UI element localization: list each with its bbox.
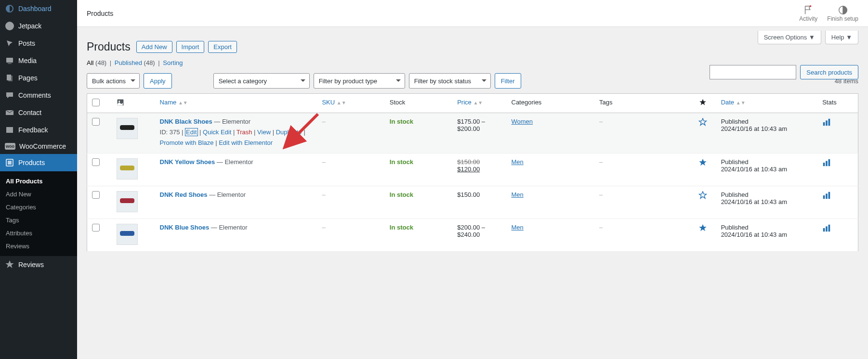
product-thumbnail[interactable] <box>117 191 138 212</box>
submenu-attributes[interactable]: Attributes <box>0 227 77 240</box>
product-thumbnail[interactable] <box>117 118 138 139</box>
finish-setup-button[interactable]: Finish setup <box>827 5 858 22</box>
svg-rect-15 <box>823 163 825 166</box>
tags-value: – <box>599 191 603 198</box>
category-select[interactable]: Select a category <box>213 73 310 89</box>
edit-link[interactable]: Edit <box>185 128 197 136</box>
table-row: DNK Yellow Shoes — Elementor – In stock … <box>87 154 858 186</box>
sidebar-item-jetpack[interactable]: Jetpack <box>0 17 77 35</box>
edit-elementor-link[interactable]: Edit with Elementor <box>219 139 273 146</box>
sidebar-label: Pages <box>18 74 38 82</box>
help-button[interactable]: Help ▼ <box>825 31 858 44</box>
svg-point-8 <box>810 5 812 7</box>
stock-status: In stock <box>390 118 413 125</box>
sidebar-item-pages[interactable]: Pages <box>0 69 77 87</box>
view-link[interactable]: View <box>257 128 271 136</box>
screen-options-area: Screen Options ▼ Help ▼ <box>758 31 858 44</box>
export-button[interactable]: Export <box>208 41 237 53</box>
svg-rect-17 <box>829 159 830 166</box>
filter-button[interactable]: Filter <box>495 73 521 89</box>
col-price[interactable]: Price ▲▼ <box>452 94 506 113</box>
sidebar-item-posts[interactable]: Posts <box>0 35 77 52</box>
page-title: Products <box>87 40 131 53</box>
product-type-select[interactable]: Filter by product type <box>314 73 405 89</box>
add-new-button[interactable]: Add New <box>136 41 172 53</box>
sidebar-item-media[interactable]: Media <box>0 52 77 69</box>
select-all-checkbox[interactable] <box>92 99 100 106</box>
sku-value: – <box>322 158 325 166</box>
col-categories: Categories <box>507 94 594 113</box>
col-sku[interactable]: SKU ▲▼ <box>317 94 384 113</box>
star-icon <box>699 99 707 106</box>
apply-button[interactable]: Apply <box>144 73 172 89</box>
products-submenu: All Products Add New Categories Tags Att… <box>0 171 77 256</box>
tags-value: – <box>599 158 603 166</box>
sidebar-label: Reviews <box>18 261 44 269</box>
sidebar-item-feedback[interactable]: Feedback <box>0 121 77 139</box>
sidebar-item-products[interactable]: Products <box>0 154 77 171</box>
search-products-button[interactable]: Search products <box>800 65 858 79</box>
featured-toggle[interactable] <box>698 225 707 234</box>
sidebar-item-dashboard[interactable]: Dashboard <box>0 0 77 17</box>
feedback-icon <box>5 125 14 135</box>
product-name-link[interactable]: DNK Red Shoes <box>160 191 208 198</box>
svg-rect-16 <box>826 161 828 167</box>
quick-edit-link[interactable]: Quick Edit <box>203 128 231 136</box>
sidebar-label: Products <box>18 159 45 167</box>
search-input[interactable] <box>710 65 796 79</box>
stats-icon[interactable] <box>822 121 831 128</box>
woo-icon: woo <box>5 143 15 150</box>
row-actions: ID: 375 | Edit | Quick Edit | Trash | Vi… <box>160 127 313 148</box>
filter-sorting[interactable]: Sorting <box>163 59 183 66</box>
product-thumbnail[interactable] <box>117 224 138 245</box>
submenu-add-new[interactable]: Add New <box>0 188 77 201</box>
row-checkbox[interactable] <box>92 191 100 199</box>
activity-button[interactable]: Activity <box>799 5 817 22</box>
row-checkbox[interactable] <box>92 118 100 126</box>
filter-all[interactable]: All (48) <box>87 59 106 66</box>
featured-toggle[interactable] <box>698 192 707 202</box>
price-value: $150.00$120.00 <box>452 154 506 186</box>
svg-rect-3 <box>8 76 13 81</box>
svg-rect-19 <box>826 194 828 199</box>
sidebar-item-contact[interactable]: Contact <box>0 104 77 121</box>
mail-icon <box>5 108 14 117</box>
col-tags: Tags <box>594 94 689 113</box>
submenu-tags[interactable]: Tags <box>0 214 77 227</box>
promote-link[interactable]: Promote with Blaze <box>160 139 214 146</box>
bulk-actions-select[interactable]: Bulk actions <box>87 73 140 89</box>
pin-icon <box>5 38 14 48</box>
submenu-categories[interactable]: Categories <box>0 201 77 214</box>
sidebar-item-reviews[interactable]: Reviews <box>0 256 77 273</box>
filter-published[interactable]: Published <box>115 59 142 66</box>
featured-toggle[interactable] <box>698 119 707 128</box>
col-name[interactable]: Name ▲▼ <box>155 94 317 113</box>
product-thumbnail[interactable] <box>117 158 138 180</box>
date-status: Published <box>721 158 749 166</box>
col-date[interactable]: Date ▲▼ <box>716 94 818 113</box>
featured-toggle[interactable] <box>698 159 707 169</box>
sidebar-item-comments[interactable]: Comments <box>0 87 77 104</box>
category-link[interactable]: Men <box>512 158 524 166</box>
row-checkbox[interactable] <box>92 158 100 166</box>
tags-value: – <box>599 118 603 125</box>
row-checkbox[interactable] <box>92 224 100 231</box>
stats-icon[interactable] <box>822 161 831 168</box>
sidebar-item-woocommerce[interactable]: woo WooCommerce <box>0 139 77 154</box>
product-name-link[interactable]: DNK Black Shoes <box>160 118 212 125</box>
category-link[interactable]: Men <box>512 191 524 198</box>
stats-icon[interactable] <box>822 227 831 234</box>
submenu-all-products[interactable]: All Products <box>0 175 77 188</box>
duplicate-link[interactable]: Duplicate <box>276 128 302 136</box>
submenu-reviews[interactable]: Reviews <box>0 240 77 253</box>
pages-icon <box>5 73 14 83</box>
trash-link[interactable]: Trash <box>237 128 252 136</box>
import-button[interactable]: Import <box>176 41 205 53</box>
product-name-link[interactable]: DNK Yellow Shoes <box>160 158 215 166</box>
screen-options-button[interactable]: Screen Options ▼ <box>758 31 821 44</box>
stock-status-select[interactable]: Filter by stock status <box>409 73 491 89</box>
category-link[interactable]: Men <box>512 224 524 231</box>
stats-icon[interactable] <box>822 194 831 201</box>
product-name-link[interactable]: DNK Blue Shoes <box>160 224 210 231</box>
category-link[interactable]: Women <box>512 118 533 125</box>
